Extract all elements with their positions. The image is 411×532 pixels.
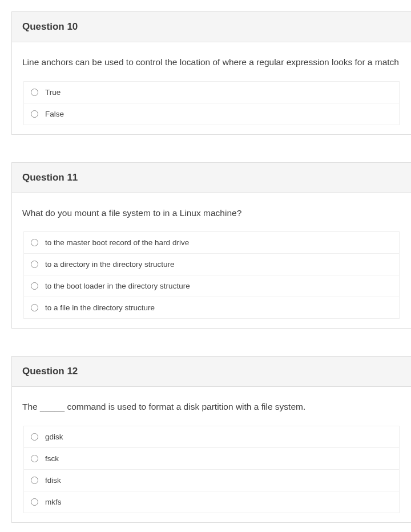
option-label: to a directory in the directory structur… [45, 260, 175, 269]
radio-icon[interactable] [31, 433, 38, 441]
question-header: Question 11 [12, 163, 411, 193]
option-label: mkfs [45, 498, 62, 506]
radio-icon[interactable] [31, 110, 38, 118]
options-list: gdisk fsck fdisk mkfs [23, 426, 400, 513]
option-row[interactable]: gdisk [24, 426, 399, 448]
question-prompt: What do you mount a file system to in a … [22, 207, 401, 219]
question-body: The _____ command is used to format a di… [12, 387, 411, 522]
option-label: to the master boot record of the hard dr… [45, 238, 189, 247]
question-card: Question 11 What do you mount a file sys… [11, 162, 411, 329]
option-row[interactable]: to a directory in the directory structur… [24, 254, 399, 275]
question-header: Question 10 [12, 12, 411, 42]
question-title: Question 10 [22, 21, 78, 32]
option-row[interactable]: False [24, 103, 399, 125]
question-prompt: The _____ command is used to format a di… [22, 401, 401, 413]
radio-icon[interactable] [31, 89, 38, 96]
option-label: fsck [45, 454, 59, 463]
options-list: to the master boot record of the hard dr… [23, 231, 400, 319]
option-label: gdisk [45, 433, 63, 441]
option-row[interactable]: to the boot loader in the directory stru… [24, 275, 399, 297]
question-prompt: Line anchors can be used to control the … [22, 56, 401, 69]
radio-icon[interactable] [31, 239, 38, 246]
option-label: to a file in the directory structure [45, 303, 155, 312]
radio-icon[interactable] [31, 498, 38, 506]
option-row[interactable]: to the master boot record of the hard dr… [24, 232, 399, 254]
option-row[interactable]: True [24, 82, 399, 103]
option-label: False [45, 110, 64, 118]
option-row[interactable]: mkfs [24, 491, 399, 513]
radio-icon[interactable] [31, 477, 38, 484]
question-body: What do you mount a file system to in a … [12, 193, 411, 329]
question-body: Line anchors can be used to control the … [12, 42, 411, 134]
question-header: Question 12 [12, 357, 411, 387]
question-card: Question 10 Line anchors can be used to … [11, 11, 411, 135]
radio-icon[interactable] [31, 304, 38, 311]
radio-icon[interactable] [31, 261, 38, 268]
option-row[interactable]: fsck [24, 448, 399, 470]
option-label: fdisk [45, 476, 61, 485]
question-title: Question 11 [22, 172, 78, 183]
option-label: True [45, 88, 61, 97]
question-card: Question 12 The _____ command is used to… [11, 356, 411, 523]
radio-icon[interactable] [31, 282, 38, 290]
option-row[interactable]: to a file in the directory structure [24, 297, 399, 319]
question-title: Question 12 [22, 366, 78, 377]
radio-icon[interactable] [31, 455, 38, 462]
option-row[interactable]: fdisk [24, 470, 399, 491]
options-list: True False [23, 81, 400, 125]
option-label: to the boot loader in the directory stru… [45, 282, 190, 290]
